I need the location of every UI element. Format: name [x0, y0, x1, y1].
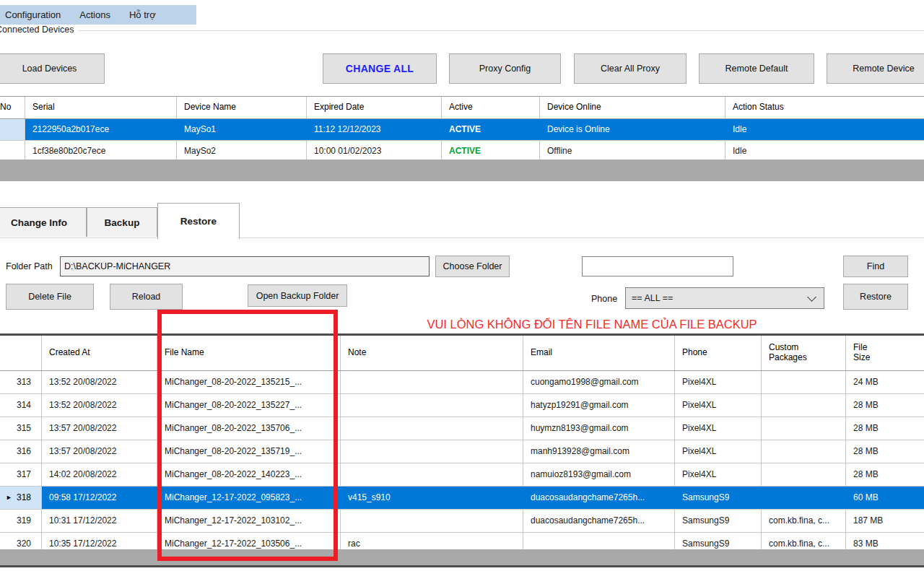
backup-file-row-cell-file_size[interactable]: 28 MB — [846, 417, 924, 440]
backup-file-row-cell-file_name[interactable]: MiChanger_08-20-2022_135227_... — [157, 394, 341, 417]
device-row-cell-action_status[interactable]: Idle — [725, 141, 924, 162]
devices-table-column-header-6[interactable]: Action Status — [725, 97, 924, 118]
restore-button[interactable]: Restore — [843, 284, 908, 310]
reload-button[interactable]: Reload — [110, 284, 183, 310]
backup-file-row-cell-phone[interactable]: Pixel4XL — [675, 463, 762, 486]
backup-file-row-cell-custom_packages[interactable] — [762, 463, 846, 486]
proxy-config-button[interactable]: Proxy Config — [449, 53, 561, 84]
find-button[interactable]: Find — [843, 256, 908, 277]
search-input[interactable] — [582, 256, 733, 276]
choose-folder-button[interactable]: Choose Folder — [435, 256, 510, 277]
backup-table-column-header-2[interactable]: File Name — [157, 336, 341, 370]
backup-file-row-cell-phone[interactable]: Pixel4XL — [675, 417, 762, 440]
backup-file-row-cell-note[interactable]: v415_s910 — [341, 487, 523, 509]
backup-file-row-cell-created_at[interactable]: 10:31 17/12/2022 — [42, 510, 157, 532]
backup-file-row-cell-custom_packages[interactable] — [762, 440, 846, 463]
devices-table-column-header-5[interactable]: Device Online — [540, 97, 725, 118]
backup-table-scroll-area[interactable] — [0, 549, 924, 565]
devices-table-column-header-2[interactable]: Device Name — [177, 97, 307, 118]
backup-file-row[interactable]: 31313:52 20/08/2022MiChanger_08-20-2022_… — [0, 371, 924, 394]
device-row-cell-serial[interactable]: 1cf38e80b20c7ece — [25, 141, 177, 162]
device-row-cell-action_status[interactable]: Idle — [725, 119, 924, 140]
backup-file-row-cell-phone[interactable]: SamsungS9 — [675, 510, 762, 532]
backup-file-row-cell-file_size[interactable]: 24 MB — [846, 371, 924, 393]
device-row-cell-device_name[interactable]: MaySo1 — [177, 119, 307, 140]
tab-backup[interactable]: Backup — [87, 207, 157, 237]
device-row-cell-active[interactable]: ACTIVE — [442, 141, 540, 162]
backup-file-row-cell-email[interactable]: namuioz8193@gmail.com — [523, 463, 675, 486]
menu-item-configuration[interactable]: Configuration — [0, 5, 70, 25]
devices-table-column-header-3[interactable]: Expired Date — [307, 97, 442, 118]
backup-file-row-cell-created_at[interactable]: 13:52 20/08/2022 — [42, 371, 157, 393]
backup-file-row-cell-no[interactable]: 316 — [0, 440, 42, 463]
backup-file-row-cell-phone[interactable]: SamsungS9 — [675, 487, 762, 509]
backup-file-row-cell-email[interactable]: cuongamo1998@gmail.com — [523, 371, 675, 393]
devices-table-column-header-1[interactable]: Serial — [25, 97, 177, 118]
backup-file-row-cell-note[interactable] — [341, 440, 523, 463]
menu-item-h-tr-[interactable]: Hỗ trợ — [120, 5, 165, 25]
backup-file-row-cell-phone[interactable]: Pixel4XL — [675, 440, 762, 463]
backup-file-row-cell-no[interactable]: 319 — [0, 510, 42, 532]
device-row-cell-no[interactable] — [0, 141, 25, 162]
backup-table-column-header-7[interactable]: File Size — [846, 336, 924, 370]
devices-table-column-header-4[interactable]: Active — [442, 97, 540, 118]
backup-file-row-cell-custom_packages[interactable] — [762, 394, 846, 417]
backup-table-column-header-5[interactable]: Phone — [675, 336, 762, 370]
backup-file-row-cell-file_name[interactable]: MiChanger_08-20-2022_135706_... — [157, 417, 341, 440]
backup-file-row[interactable]: 31910:31 17/12/2022MiChanger_12-17-2022_… — [0, 510, 924, 533]
backup-file-row-cell-custom_packages[interactable] — [762, 487, 846, 509]
device-row-cell-device_online[interactable]: Offline — [540, 141, 725, 162]
device-row-cell-device_online[interactable]: Device is Online — [540, 119, 725, 140]
backup-file-row-cell-note[interactable] — [341, 417, 523, 440]
backup-file-row[interactable]: 31714:02 20/08/2022MiChanger_08-20-2022_… — [0, 463, 924, 487]
backup-file-row-cell-custom_packages[interactable] — [762, 371, 846, 393]
change-all-button[interactable]: CHANGE ALL — [323, 53, 437, 84]
delete-file-button[interactable]: Delete File — [6, 284, 94, 310]
backup-file-row-cell-email[interactable]: duacosaudangchame7265h... — [523, 510, 675, 532]
backup-file-row-cell-note[interactable] — [341, 394, 523, 417]
backup-file-row-cell-custom_packages[interactable]: com.kb.fina, c... — [762, 510, 846, 532]
backup-file-row[interactable]: 31613:57 20/08/2022MiChanger_08-20-2022_… — [0, 440, 924, 463]
remote-device-button[interactable]: Remote Device — [827, 53, 924, 84]
tab-change-info[interactable]: Change Info — [0, 207, 87, 237]
backup-file-row-cell-file_name[interactable]: MiChanger_12-17-2022_095823_... — [157, 487, 341, 509]
backup-file-row[interactable]: ►31809:58 17/12/2022MiChanger_12-17-2022… — [0, 487, 924, 510]
backup-file-row-cell-file_size[interactable]: 28 MB — [846, 394, 924, 417]
backup-file-row-cell-phone[interactable]: Pixel4XL — [675, 394, 762, 417]
backup-file-row-cell-file_size[interactable]: 28 MB — [846, 463, 924, 486]
backup-file-row-cell-no[interactable]: 317 — [0, 463, 42, 486]
backup-file-row-cell-no[interactable]: 314 — [0, 394, 42, 417]
backup-file-row-cell-note[interactable] — [341, 463, 523, 486]
device-row-cell-device_name[interactable]: MaySo2 — [177, 141, 307, 162]
device-row-cell-serial[interactable]: 2122950a2b017ece — [25, 119, 177, 140]
backup-file-row-cell-note[interactable] — [341, 510, 523, 532]
device-row-cell-no[interactable] — [0, 119, 25, 140]
open-backup-folder-button[interactable]: Open Backup Folder — [248, 284, 347, 307]
backup-file-row-cell-file_size[interactable]: 60 MB — [846, 487, 924, 509]
backup-file-row-cell-file_name[interactable]: MiChanger_12-17-2022_103102_... — [157, 510, 341, 532]
backup-file-row-cell-email[interactable]: manh913928@gmail.com — [523, 440, 675, 463]
remote-default-button[interactable]: Remote Default — [699, 53, 814, 84]
backup-file-row[interactable]: 31413:52 20/08/2022MiChanger_08-20-2022_… — [0, 394, 924, 417]
backup-table-column-header-0[interactable] — [0, 336, 42, 370]
backup-file-row-cell-email[interactable]: duacosaudangchame7265h... — [523, 487, 675, 509]
device-row[interactable]: 2122950a2b017eceMaySo111:12 12/12/2023AC… — [0, 119, 924, 141]
tab-restore[interactable]: Restore — [157, 203, 240, 239]
devices-table-column-header-0[interactable]: No — [0, 97, 25, 118]
backup-file-row-cell-phone[interactable]: Pixel4XL — [675, 371, 762, 393]
backup-table-column-header-3[interactable]: Note — [341, 336, 523, 370]
backup-table-column-header-4[interactable]: Email — [523, 336, 675, 370]
backup-file-row-cell-created_at[interactable]: 14:02 20/08/2022 — [42, 463, 157, 486]
backup-file-row-cell-file_name[interactable]: MiChanger_08-20-2022_135215_... — [157, 371, 341, 393]
backup-file-row-cell-created_at[interactable]: 09:58 17/12/2022 — [42, 487, 157, 509]
device-row-cell-active[interactable]: ACTIVE — [442, 119, 540, 140]
backup-file-row-cell-no[interactable]: ►318 — [0, 487, 42, 509]
backup-file-row-cell-file_size[interactable]: 28 MB — [846, 440, 924, 463]
clear-all-proxy-button[interactable]: Clear All Proxy — [574, 53, 687, 84]
backup-file-row-cell-file_size[interactable]: 187 MB — [846, 510, 924, 532]
menu-item-actions[interactable]: Actions — [70, 5, 120, 25]
phone-filter-dropdown[interactable]: == ALL == — [625, 287, 824, 309]
backup-file-row-cell-created_at[interactable]: 13:57 20/08/2022 — [42, 417, 157, 440]
device-row-cell-expired_date[interactable]: 10:00 01/02/2023 — [307, 141, 442, 162]
backup-table-column-header-1[interactable]: Created At — [42, 336, 157, 370]
